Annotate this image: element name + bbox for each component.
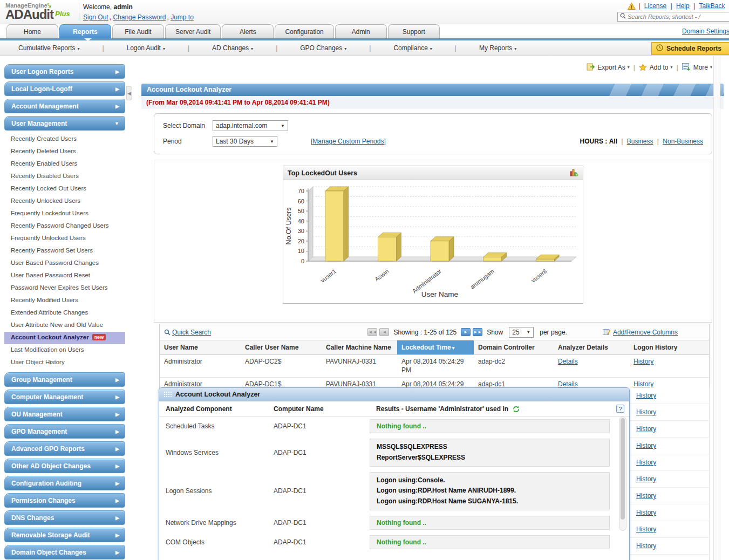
- tab-support[interactable]: Support: [388, 24, 440, 38]
- tab-file-audit[interactable]: File Audit: [112, 24, 164, 38]
- search-box[interactable]: [617, 12, 729, 22]
- sidebar-section-user-management[interactable]: User Management▼: [4, 116, 125, 131]
- sidebar-item-user-object-history[interactable]: User Object History: [4, 357, 125, 369]
- sidebar-item-frequently-lockedout-users[interactable]: Frequently Lockedout Users: [4, 208, 125, 220]
- sidebar-section-domain-object-changes[interactable]: Domain Object Changes▶: [4, 545, 125, 559]
- details-link[interactable]: Details: [558, 358, 578, 365]
- history-link[interactable]: History: [636, 475, 656, 483]
- subnav-cumulative-reports[interactable]: Cumulative Reports▾: [11, 44, 87, 52]
- sidebar-item-user-based-password-changes[interactable]: User Based Password Changes: [4, 257, 125, 270]
- last-page-button[interactable]: ►►: [473, 328, 482, 336]
- sidebar-item-recently-password-set-users[interactable]: Recently Password Set Users: [4, 245, 125, 257]
- dialog-title-bar[interactable]: Account Lockout Analyzer: [159, 388, 629, 401]
- sidebar-section-dns-changes[interactable]: DNS Changes▶: [4, 510, 125, 525]
- subnav-my-reports[interactable]: My Reports▾: [472, 44, 524, 52]
- col-user-name[interactable]: User Name: [160, 340, 241, 354]
- col-lockedout-time[interactable]: Lockedout Time▾: [397, 340, 474, 354]
- history-link[interactable]: History: [636, 425, 656, 433]
- subnav-compliance[interactable]: Compliance▾: [386, 44, 439, 52]
- history-link[interactable]: History: [636, 408, 656, 416]
- talkback-link[interactable]: TalkBack: [699, 2, 725, 10]
- sidebar-section-removable-storage-audit[interactable]: Removable Storage Audit▶: [4, 528, 125, 542]
- page-size-select[interactable]: 25▼: [509, 327, 534, 338]
- history-link[interactable]: History: [636, 392, 656, 399]
- sidebar-item-user-attribute-new-and-old-value[interactable]: User Attribute New and Old Value: [4, 319, 125, 332]
- sidebar-item-recently-deleted-users[interactable]: Recently Deleted Users: [4, 146, 125, 158]
- sidebar-section-user-logon-reports[interactable]: User Logon Reports▶: [4, 64, 125, 79]
- drag-handle-icon[interactable]: [163, 391, 172, 398]
- next-page-button[interactable]: ►: [461, 328, 471, 336]
- refresh-icon[interactable]: [513, 406, 520, 413]
- history-link[interactable]: History: [633, 358, 653, 365]
- search-input[interactable]: [628, 13, 729, 20]
- license-link[interactable]: License: [644, 2, 666, 10]
- sidebar-section-permission-changes[interactable]: Permission Changes▶: [4, 493, 125, 508]
- sidebar-section-configuration-auditing[interactable]: Configuration Auditing▶: [4, 476, 125, 490]
- sidebar-section-ou-management[interactable]: OU Management▶: [4, 407, 125, 421]
- add-to-button[interactable]: Add to▾: [639, 64, 673, 71]
- sidebar-item-recently-created-users[interactable]: Recently Created Users: [4, 133, 125, 146]
- history-link[interactable]: History: [636, 459, 656, 466]
- domain-select[interactable]: adap.internal.com▼: [213, 120, 288, 131]
- manage-custom-periods-link[interactable]: [Manage Custom Periods]: [311, 138, 386, 145]
- jump-to-link[interactable]: Jump to: [171, 13, 194, 21]
- history-link[interactable]: History: [636, 509, 656, 516]
- sidebar-section-other-ad-object-changes[interactable]: Other AD Object Changes▶: [4, 459, 125, 473]
- subnav-ad-changes[interactable]: AD Changes▾: [205, 44, 261, 52]
- col-domain-controller[interactable]: Domain Controller: [474, 340, 554, 354]
- sidebar-item-recently-disabled-users[interactable]: Recently Disabled Users: [4, 170, 125, 183]
- schedule-reports-button[interactable]: Schedule Reports: [651, 42, 729, 55]
- export-as-button[interactable]: Export As▾: [587, 63, 629, 71]
- sidebar-item-password-never-expires-set-users[interactable]: Password Never Expires Set Users: [4, 282, 125, 295]
- sidebar-item-extended-attribute-changes[interactable]: Extended Attribute Changes: [4, 307, 125, 319]
- tab-home[interactable]: Home: [6, 24, 58, 38]
- sidebar-section-local-logon-logoff[interactable]: Local Logon-Logoff▶: [4, 81, 125, 96]
- quick-search-link[interactable]: Quick Search: [164, 329, 211, 336]
- first-page-button[interactable]: ◄◄: [367, 328, 377, 336]
- sidebar-item-recently-password-changed-users[interactable]: Recently Password Changed Users: [4, 220, 125, 233]
- subnav-gpo-changes[interactable]: GPO Changes▾: [292, 44, 354, 52]
- sidebar-section-group-management[interactable]: Group Management▶: [4, 372, 125, 387]
- hours-non-business-link[interactable]: Non-Business: [663, 138, 703, 145]
- dialog-scrollbar[interactable]: [619, 416, 626, 531]
- tab-alerts[interactable]: Alerts: [222, 24, 274, 38]
- col-logon-history[interactable]: Logon History: [629, 340, 709, 354]
- subnav-logon-audit[interactable]: Logon Audit▾: [119, 44, 173, 52]
- sidebar-section-account-management[interactable]: Account Management▶: [4, 99, 125, 113]
- warning-icon[interactable]: !: [628, 3, 636, 11]
- sign-out-link[interactable]: Sign Out: [83, 13, 108, 21]
- sidebar-item-frequently-unlocked-users[interactable]: Frequently Unlocked Users: [4, 233, 125, 245]
- sidebar-item-recently-modified-users[interactable]: Recently Modified Users: [4, 295, 125, 307]
- col-caller-user-name[interactable]: Caller User Name: [241, 340, 322, 354]
- history-link[interactable]: History: [636, 525, 656, 533]
- help-link[interactable]: Help: [676, 2, 690, 10]
- col-analyzer-details[interactable]: Analyzer Details: [554, 340, 629, 354]
- sidebar-section-gpo-management[interactable]: GPO Management▶: [4, 424, 125, 439]
- page-scrollbar-gutter[interactable]: [713, 56, 720, 560]
- domain-settings-link[interactable]: Domain Settings: [682, 28, 729, 35]
- history-link[interactable]: History: [636, 542, 656, 550]
- tab-admin[interactable]: Admin: [335, 24, 387, 38]
- sidebar-item-account-lockout-analyzer[interactable]: Account Lockout Analyzernew: [4, 332, 125, 344]
- add-remove-columns-link[interactable]: Add/Remove Columns: [603, 329, 678, 336]
- more-button[interactable]: More▾: [682, 63, 712, 71]
- tab-reports[interactable]: Reports: [59, 24, 111, 38]
- period-select[interactable]: Last 30 Days▼: [213, 136, 277, 147]
- tab-configuration[interactable]: Configuration: [275, 24, 333, 38]
- sidebar-section-advanced-gpo-reports[interactable]: Advanced GPO Reports▶: [4, 441, 125, 456]
- col-caller-machine-name[interactable]: Caller Machine Name: [322, 340, 397, 354]
- help-icon[interactable]: ?: [616, 405, 624, 413]
- sidebar-item-last-modification-on-users[interactable]: Last Modification on Users: [4, 344, 125, 357]
- scrollbar-thumb[interactable]: [621, 418, 625, 520]
- sidebar-item-user-based-password-reset[interactable]: User Based Password Reset: [4, 270, 125, 282]
- history-link[interactable]: History: [636, 442, 656, 449]
- sidebar-collapse-handle[interactable]: ◀: [126, 86, 132, 100]
- sidebar-item-recently-locked-out-users[interactable]: Recently Locked Out Users: [4, 183, 125, 195]
- hours-all[interactable]: All: [609, 138, 617, 145]
- sidebar-section-computer-management[interactable]: Computer Management▶: [4, 390, 125, 404]
- hours-business-link[interactable]: Business: [627, 138, 653, 145]
- history-link[interactable]: History: [636, 492, 656, 500]
- sidebar-item-recently-unlocked-users[interactable]: Recently Unlocked Users: [4, 195, 125, 208]
- prev-page-button[interactable]: ◄: [379, 328, 389, 336]
- tab-server-audit[interactable]: Server Audit: [165, 24, 221, 38]
